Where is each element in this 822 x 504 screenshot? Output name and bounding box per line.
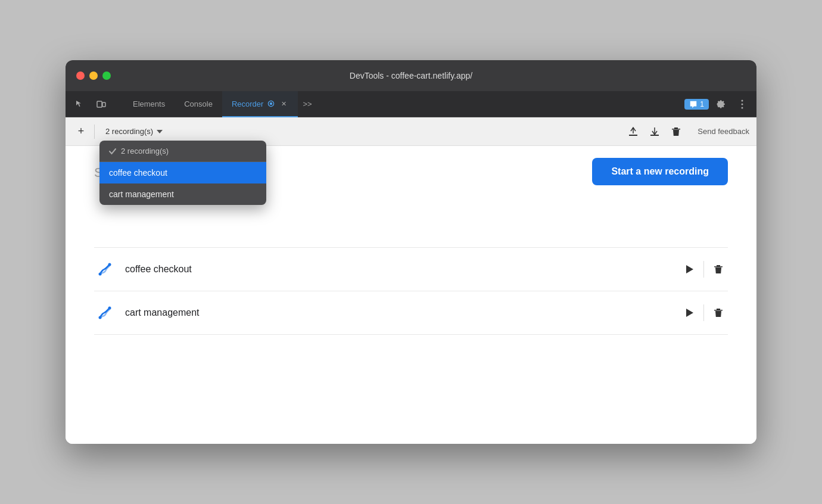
feedback-icon (689, 100, 698, 108)
svg-point-6 (108, 263, 111, 266)
recordings-list: coffee checkout (94, 247, 728, 335)
tab-elements[interactable]: Elements (123, 91, 175, 117)
maximize-button[interactable] (102, 71, 111, 80)
toolbar-actions: Send feedback (624, 122, 749, 141)
dropdown-header: 2 recording(s) (99, 141, 266, 162)
toolbar: + 2 recording(s) 2 recording(s) (66, 117, 756, 146)
tab-recorder-close[interactable]: ✕ (279, 99, 288, 108)
tabbar: Elements Console Recorder ✕ >> 1 (66, 91, 756, 117)
svg-marker-10 (686, 309, 693, 317)
recording-name-cart-management: cart management (125, 307, 670, 318)
export-button[interactable] (624, 122, 643, 141)
tab-recorder[interactable]: Recorder ✕ (222, 91, 298, 117)
recording-item-cart-management: cart management (94, 291, 728, 335)
recording-name-coffee-checkout: coffee checkout (125, 264, 670, 275)
recording-actions-coffee-checkout (680, 260, 728, 279)
start-new-recording-button[interactable]: Start a new recording (592, 158, 728, 185)
checkmark-icon (109, 148, 116, 155)
svg-point-9 (108, 307, 111, 310)
svg-point-4 (742, 107, 743, 108)
svg-marker-7 (686, 265, 693, 273)
recording-selector-button[interactable]: 2 recording(s) (99, 125, 169, 138)
play-recording-coffee-checkout[interactable] (680, 260, 699, 279)
tabs: Elements Console Recorder ✕ >> (123, 91, 680, 117)
tab-more[interactable]: >> (298, 91, 316, 117)
recording-separator-2 (703, 304, 704, 321)
dropdown-menu: 2 recording(s) coffee checkout cart mana… (99, 141, 266, 205)
svg-point-8 (99, 316, 102, 319)
settings-icon[interactable] (711, 95, 730, 114)
svg-point-3 (742, 103, 743, 105)
device-toolbar-icon[interactable] (92, 95, 111, 114)
devtools-window: DevTools - coffee-cart.netlify.app/ Elem… (66, 60, 756, 444)
svg-point-2 (742, 99, 743, 101)
chevron-down-icon (157, 130, 163, 133)
delete-recording-cart-management[interactable] (709, 303, 728, 322)
recording-icon-cart-management (94, 302, 116, 323)
recorder-icon (267, 99, 275, 108)
svg-rect-0 (97, 101, 102, 107)
add-recording-button[interactable]: + (73, 123, 89, 140)
import-button[interactable] (645, 122, 664, 141)
delete-recording-button[interactable] (667, 122, 686, 141)
send-feedback-link[interactable]: Send feedback (698, 127, 749, 136)
svg-point-5 (99, 273, 102, 276)
recording-icon-coffee-checkout (94, 259, 116, 280)
play-recording-cart-management[interactable] (680, 303, 699, 322)
titlebar: DevTools - coffee-cart.netlify.app/ (66, 60, 756, 91)
recording-separator (703, 261, 704, 278)
recording-actions-cart-management (680, 303, 728, 322)
select-element-icon[interactable] (70, 95, 89, 114)
feedback-badge[interactable]: 1 (684, 99, 709, 110)
minimize-button[interactable] (89, 71, 98, 80)
dropdown-item-cart-management[interactable]: cart management (99, 183, 266, 205)
close-button[interactable] (76, 71, 85, 80)
toolbar-divider (94, 125, 95, 139)
delete-recording-coffee-checkout[interactable] (709, 260, 728, 279)
window-title: DevTools - coffee-cart.netlify.app/ (350, 71, 472, 80)
dropdown-item-coffee-checkout[interactable]: coffee checkout (99, 162, 266, 183)
tabbar-left (66, 91, 123, 117)
tab-console[interactable]: Console (175, 91, 222, 117)
traffic-lights (76, 71, 111, 80)
tabbar-right: 1 (680, 91, 756, 117)
recording-selector: 2 recording(s) 2 recording(s) coffee che… (99, 125, 169, 138)
recording-item-coffee-checkout: coffee checkout (94, 247, 728, 291)
more-options-icon[interactable] (733, 95, 752, 114)
svg-rect-1 (102, 102, 105, 107)
